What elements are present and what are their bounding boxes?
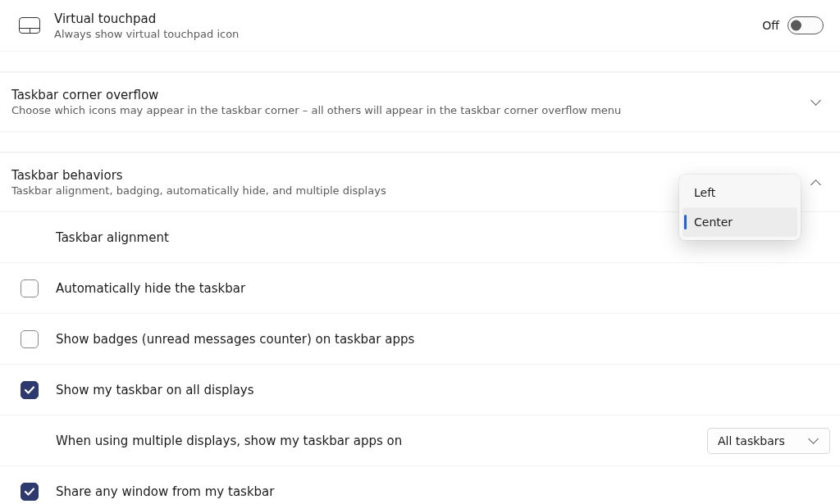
multi-display-row[interactable]: When using multiple displays, show my ta…: [0, 415, 840, 466]
share-window-checkbox[interactable]: [21, 483, 39, 501]
autohide-row[interactable]: Automatically hide the taskbar: [0, 263, 840, 314]
chevron-down-icon: [808, 435, 819, 447]
touchpad-icon: [10, 17, 49, 34]
badges-label: Show badges (unread messages counter) on…: [49, 332, 830, 347]
share-window-label: Share any window from my taskbar: [49, 484, 830, 499]
autohide-label: Automatically hide the taskbar: [49, 281, 830, 296]
virtual-touchpad-title: Virtual touchpad: [54, 11, 762, 26]
autohide-checkbox[interactable]: [21, 279, 39, 297]
virtual-touchpad-texts: Virtual touchpad Always show virtual tou…: [49, 11, 762, 40]
chevron-down-icon: [810, 97, 822, 108]
alignment-option-center[interactable]: Center: [682, 207, 797, 237]
overflow-header[interactable]: Taskbar corner overflow Choose which ico…: [0, 71, 840, 132]
all-displays-label: Show my taskbar on all displays: [49, 383, 830, 397]
multi-display-value: All taskbars: [718, 434, 785, 447]
multi-display-label: When using multiple displays, show my ta…: [49, 434, 707, 448]
alignment-option-left[interactable]: Left: [682, 178, 797, 207]
all-displays-row[interactable]: Show my taskbar on all displays: [0, 365, 840, 415]
badges-row[interactable]: Show badges (unread messages counter) on…: [0, 314, 840, 365]
virtual-touchpad-state-label: Off: [762, 19, 779, 32]
share-window-row[interactable]: Share any window from my taskbar: [0, 466, 840, 504]
multi-display-select[interactable]: All taskbars: [707, 428, 830, 454]
alignment-row[interactable]: Taskbar alignment Left Center: [0, 212, 840, 263]
badges-checkbox[interactable]: [21, 330, 39, 348]
chevron-up-icon: [810, 177, 822, 188]
virtual-touchpad-toggle[interactable]: [788, 16, 824, 34]
virtual-touchpad-row[interactable]: Virtual touchpad Always show virtual tou…: [0, 0, 840, 52]
overflow-title: Taskbar corner overflow: [11, 88, 810, 102]
alignment-popup[interactable]: Left Center: [679, 175, 801, 240]
all-displays-checkbox[interactable]: [21, 381, 39, 399]
overflow-subtitle: Choose which icons may appear in the tas…: [11, 104, 810, 116]
virtual-touchpad-subtitle: Always show virtual touchpad icon: [54, 28, 762, 40]
